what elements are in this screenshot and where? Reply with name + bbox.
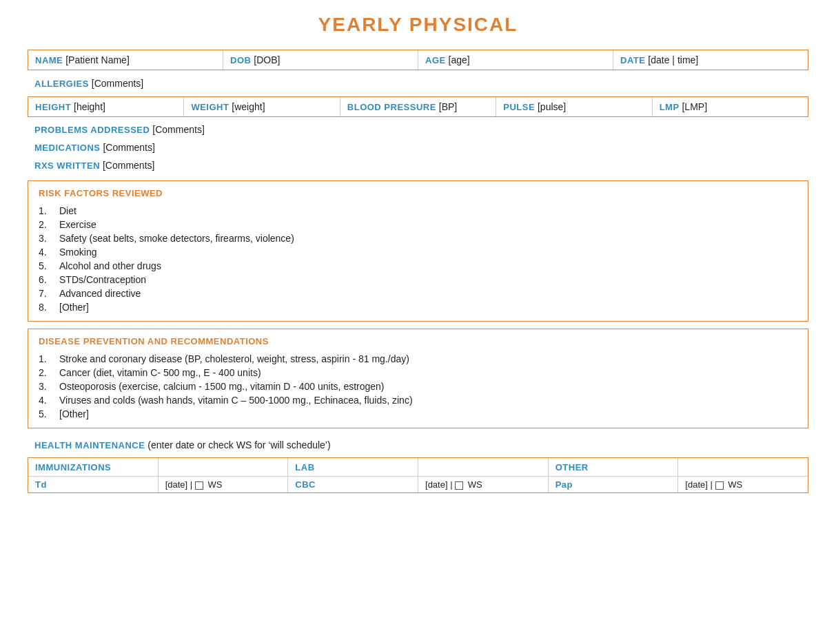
hm-lab-date-header — [418, 458, 549, 476]
health-maintenance-section: HEALTH MAINTENANCE (enter date or check … — [28, 435, 808, 493]
hm-other-header: OTHER — [549, 458, 679, 476]
list-item: 2.Exercise — [39, 218, 797, 231]
list-text: Cancer (diet, vitamin C- 500 mg., E - 40… — [59, 367, 261, 378]
medications-label: MEDICATIONS — [34, 143, 101, 153]
list-text: Advanced directive — [59, 288, 141, 299]
risk-factors-section: RISK FACTORS REVIEWED 1.Diet2.Exercise3.… — [28, 180, 808, 322]
list-item: 8.[Other] — [39, 300, 797, 314]
list-item: 4.Viruses and colds (wash hands, vitamin… — [39, 393, 797, 407]
hm-td-date: [date] | — [165, 479, 193, 490]
hm-lab-date-cell: [date] | WS — [418, 477, 549, 492]
hm-cbc-ws: WS — [468, 479, 482, 490]
weight-label: WEIGHT — [191, 102, 229, 112]
name-label: NAME — [35, 55, 63, 65]
list-num: 3. — [39, 381, 59, 392]
hm-imm-header: IMMUNIZATIONS — [28, 458, 159, 476]
hm-lab-header: LAB — [288, 458, 418, 476]
list-item: 5.[Other] — [39, 407, 797, 421]
patient-date-cell: DATE [date | time] — [613, 50, 808, 70]
rxs-value: [Comments] — [103, 160, 154, 171]
hm-other-label: OTHER — [555, 462, 589, 472]
hm-pap-label: Pap — [555, 479, 573, 490]
pulse-value: [pulse] — [538, 101, 566, 112]
health-maintenance-label-row: HEALTH MAINTENANCE (enter date or check … — [28, 435, 808, 453]
allergies-value: [Comments] — [92, 78, 143, 89]
hm-other-date-cell: [date] | WS — [678, 477, 808, 492]
date-label: DATE — [620, 55, 645, 65]
hm-data-row: Td [date] | WS CBC [date] | WS Pap [date… — [28, 477, 808, 492]
lmp-value: [LMP] — [682, 101, 707, 112]
list-num: 5. — [39, 408, 59, 419]
list-text: STDs/Contraception — [59, 274, 146, 285]
list-text: Osteoporosis (exercise, calcium - 1500 m… — [59, 381, 385, 392]
risk-factors-title: RISK FACTORS REVIEWED — [39, 188, 797, 198]
list-num: 7. — [39, 288, 59, 299]
list-item: 3.Osteoporosis (exercise, calcium - 1500… — [39, 380, 797, 393]
dob-label: DOB — [230, 55, 251, 65]
height-label: HEIGHT — [35, 102, 71, 112]
hm-immunizations-label: IMMUNIZATIONS — [35, 462, 111, 472]
list-num: 2. — [39, 367, 59, 378]
problems-value: [Comments] — [152, 124, 204, 135]
patient-dob-cell: DOB [DOB] — [223, 50, 418, 70]
name-value: [Patient Name] — [65, 54, 130, 65]
list-text: Diet — [59, 205, 77, 216]
list-num: 4. — [39, 395, 59, 406]
list-num: 4. — [39, 247, 59, 258]
problems-row: PROBLEMS ADDRESSED [Comments] — [28, 121, 808, 138]
hm-td-checkbox[interactable] — [195, 481, 203, 490]
risk-factors-list: 1.Diet2.Exercise3.Safety (seat belts, sm… — [39, 204, 797, 314]
vitals-box: HEIGHT [height] WEIGHT [weight] BLOOD PR… — [28, 96, 808, 117]
disease-prevention-section: DISEASE PREVENTION AND RECOMMENDATIONS 1… — [28, 329, 808, 428]
pulse-cell: PULSE [pulse] — [496, 97, 652, 116]
lmp-label: LMP — [660, 102, 680, 112]
health-maintenance-label: HEALTH MAINTENANCE — [34, 440, 145, 450]
list-item: 7.Advanced directive — [39, 287, 797, 300]
list-text: Alcohol and other drugs — [59, 260, 161, 271]
bp-value: [BP] — [439, 101, 457, 112]
hm-cbc-label: CBC — [295, 479, 316, 490]
list-text: [Other] — [59, 408, 89, 419]
disease-prevention-list: 1.Stroke and coronary disease (BP, chole… — [39, 352, 797, 421]
hm-imm-date-header — [159, 458, 289, 476]
page-title: YEARLY PHYSICAL — [28, 14, 808, 36]
list-item: 1.Stroke and coronary disease (BP, chole… — [39, 352, 797, 366]
date-value: [date | time] — [648, 54, 698, 65]
allergies-row: ALLERGIES [Comments] — [28, 74, 808, 92]
medications-value: [Comments] — [103, 142, 154, 153]
list-text: Safety (seat belts, smoke detectors, fir… — [59, 233, 294, 244]
height-value: [height] — [74, 101, 105, 112]
hm-imm-name: Td — [28, 477, 159, 492]
medications-row: MEDICATIONS [Comments] — [28, 139, 808, 156]
hm-other-date-header — [678, 458, 808, 476]
list-num: 2. — [39, 219, 59, 230]
patient-name-cell: NAME [Patient Name] — [28, 50, 223, 70]
hm-lab-name: CBC — [288, 477, 418, 492]
height-cell: HEIGHT [height] — [28, 97, 184, 116]
health-maintenance-note: (enter date or check WS for ‘will schedu… — [147, 439, 330, 450]
list-item: 1.Diet — [39, 204, 797, 218]
bp-cell: BLOOD PRESSURE [BP] — [340, 97, 496, 116]
list-text: Exercise — [59, 219, 96, 230]
lmp-cell: LMP [LMP] — [653, 97, 808, 116]
hm-td-label: Td — [35, 479, 47, 490]
list-num: 8. — [39, 302, 59, 313]
health-maintenance-table: IMMUNIZATIONS LAB OTHER Td [date] | WS — [28, 457, 808, 493]
patient-info-box: NAME [Patient Name] DOB [DOB] AGE [age] … — [28, 50, 808, 70]
hm-pap-checkbox[interactable] — [715, 481, 724, 490]
hm-pap-ws: WS — [728, 479, 742, 490]
list-item: 6.STDs/Contraception — [39, 273, 797, 287]
patient-age-cell: AGE [age] — [418, 50, 613, 70]
list-num: 1. — [39, 353, 59, 364]
list-text: Smoking — [59, 247, 96, 258]
allergies-label: ALLERGIES — [34, 79, 89, 89]
hm-td-ws: WS — [207, 479, 222, 490]
age-label: AGE — [425, 55, 446, 65]
list-item: 4.Smoking — [39, 245, 797, 259]
hm-cbc-checkbox[interactable] — [455, 481, 463, 490]
list-num: 3. — [39, 233, 59, 244]
list-item: 3.Safety (seat belts, smoke detectors, f… — [39, 231, 797, 245]
hm-lab-label: LAB — [295, 462, 314, 472]
hm-cbc-date: [date] | — [425, 479, 453, 490]
list-text: Stroke and coronary disease (BP, cholest… — [59, 353, 409, 364]
